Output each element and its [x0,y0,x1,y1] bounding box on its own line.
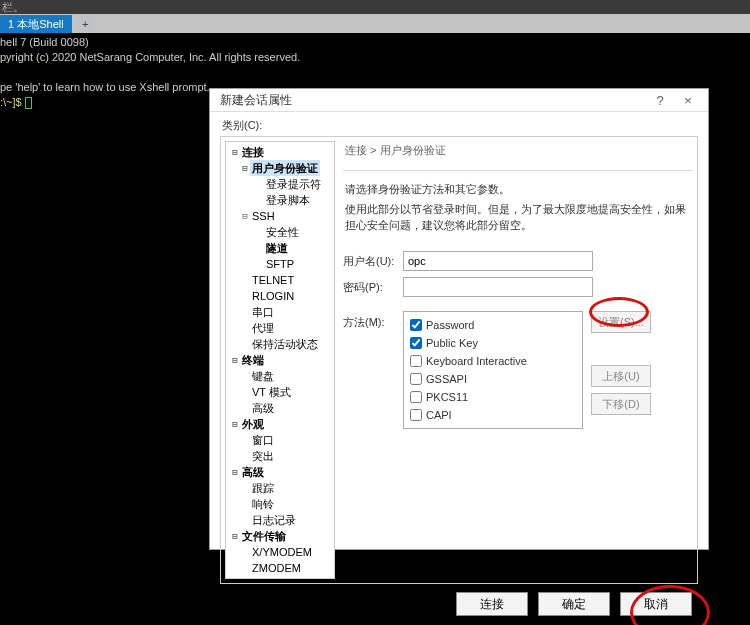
tree-trace[interactable]: 跟踪 [226,480,334,496]
method-capi-check[interactable] [410,409,422,421]
tree-xymodem[interactable]: X/YMODEM [226,544,334,560]
tree-connection[interactable]: ⊟连接 [226,144,334,160]
method-gssapi-check[interactable] [410,373,422,385]
tree-window[interactable]: 窗口 [226,432,334,448]
tree-rlogin[interactable]: RLOGIN [226,288,334,304]
tree-keyboard[interactable]: 键盘 [226,368,334,384]
dialog-titlebar: 新建会话属性 ? × [210,89,708,112]
window-titlebar-fragment: 栏。 [0,0,750,14]
tree-appearance[interactable]: ⊟外观 [226,416,334,432]
tree-telnet[interactable]: TELNET [226,272,334,288]
detail-pane: 连接 > 用户身份验证 请选择身份验证方法和其它参数。 使用此部分以节省登录时间… [343,141,693,579]
password-label: 密码(P): [343,280,403,295]
tab-add-button[interactable]: + [76,16,94,31]
description-line: 请选择身份验证方法和其它参数。 [343,181,693,201]
category-tree[interactable]: ⊟连接 ⊟用户身份验证 登录提示符 登录脚本 ⊟SSH 安全性 隧道 SFTP … [225,141,335,579]
cancel-button[interactable]: 取消 [620,592,692,616]
method-password-check[interactable] [410,319,422,331]
method-pkcs11[interactable]: PKCS11 [410,388,576,406]
tree-login-prompt[interactable]: 登录提示符 [226,176,334,192]
session-properties-dialog: 新建会话属性 ? × 类别(C): ⊟连接 ⊟用户身份验证 登录提示符 登录脚本… [209,88,709,550]
tree-ssh[interactable]: ⊟SSH [226,208,334,224]
tree-filetrans[interactable]: ⊟文件传输 [226,528,334,544]
tab-bar: 1 本地Shell + [0,14,750,33]
breadcrumb: 连接 > 用户身份验证 [343,141,693,164]
tree-log[interactable]: 日志记录 [226,512,334,528]
setup-button[interactable]: 设置(S)... [591,311,651,333]
tree-zmodem[interactable]: ZMODEM [226,560,334,576]
help-button[interactable]: ? [646,89,674,111]
method-pkcs11-check[interactable] [410,391,422,403]
method-kbd[interactable]: Keyboard Interactive [410,352,576,370]
move-down-button[interactable]: 下移(D) [591,393,651,415]
tree-vt[interactable]: VT 模式 [226,384,334,400]
method-label: 方法(M): [343,311,403,330]
terminal-line: pe 'help' to learn how to use Xshell pro… [0,81,210,93]
terminal-line: hell 7 (Build 0098) [0,36,89,48]
method-gssapi[interactable]: GSSAPI [410,370,576,388]
method-capi[interactable]: CAPI [410,406,576,424]
description-line: 使用此部分以节省登录时间。但是，为了最大限度地提高安全性，如果担心安全问题，建议… [343,201,693,237]
close-button[interactable]: × [674,89,702,111]
tree-auth[interactable]: ⊟用户身份验证 [226,160,334,176]
tree-proxy[interactable]: 代理 [226,320,334,336]
tree-serial[interactable]: 串口 [226,304,334,320]
category-label: 类别(C): [222,118,698,133]
tree-advanced2[interactable]: 高级 [226,400,334,416]
tree-advanced[interactable]: ⊟高级 [226,464,334,480]
password-input[interactable] [403,277,593,297]
tree-highlight[interactable]: 突出 [226,448,334,464]
method-publickey-check[interactable] [410,337,422,349]
tab-local-shell[interactable]: 1 本地Shell [0,15,72,34]
tree-security[interactable]: 安全性 [226,224,334,240]
tree-tunnel[interactable]: 隧道 [226,240,334,256]
method-publickey[interactable]: Public Key [410,334,576,352]
move-up-button[interactable]: 上移(U) [591,365,651,387]
username-label: 用户名(U): [343,254,403,269]
tree-keepalive[interactable]: 保持活动状态 [226,336,334,352]
method-kbd-check[interactable] [410,355,422,367]
tree-terminal[interactable]: ⊟终端 [226,352,334,368]
terminal-prompt: :\~]$ [0,96,25,108]
username-input[interactable] [403,251,593,271]
tree-bell[interactable]: 响铃 [226,496,334,512]
terminal-line: pyright (c) 2020 NetSarang Computer, Inc… [0,51,300,63]
tree-login-script[interactable]: 登录脚本 [226,192,334,208]
dialog-title: 新建会话属性 [220,92,646,109]
methods-list: Password Public Key Keyboard Interactive… [403,311,583,429]
method-password[interactable]: Password [410,316,576,334]
tree-sftp[interactable]: SFTP [226,256,334,272]
connect-button[interactable]: 连接 [456,592,528,616]
ok-button[interactable]: 确定 [538,592,610,616]
terminal-cursor [25,97,32,109]
